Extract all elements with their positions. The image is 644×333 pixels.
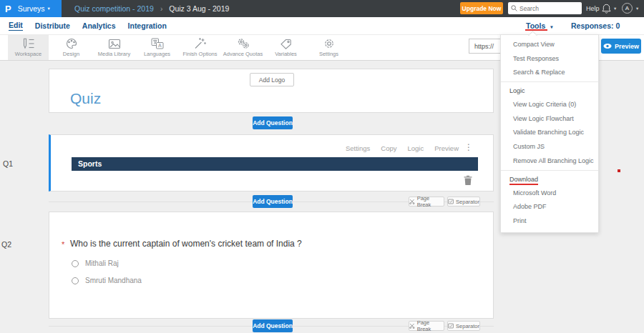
checkbox-icon (448, 199, 454, 204)
scissors-icon (409, 199, 415, 204)
preview-button[interactable]: Preview (601, 39, 641, 54)
tab-integration[interactable]: Integration (128, 17, 167, 34)
menu-item-view-logic-criteria[interactable]: View Logic Criteria (0) (501, 98, 598, 112)
question-text[interactable]: Who is the current captain of women's cr… (70, 239, 302, 249)
tools-dropdown-menu: Compact View Test Responses Search & Rep… (500, 34, 599, 233)
top-header-bar: P Surveys ▾ Quiz competition - 2019 › Qu… (0, 0, 644, 17)
question-actions: Settings Copy Logic Preview (346, 144, 459, 152)
menu-section-download: Download (501, 172, 598, 187)
question-settings-link[interactable]: Settings (346, 144, 370, 152)
image-icon (108, 39, 121, 49)
responses-count[interactable]: Responses: 0 (571, 17, 620, 34)
question-number-q1: Q1 (3, 159, 13, 168)
proprofs-logo-icon: P (5, 4, 11, 14)
chevron-down-icon[interactable]: ▾ (636, 0, 638, 17)
menu-item-microsoft-word[interactable]: Microsoft Word (501, 187, 598, 201)
chevron-down-icon: ▾ (48, 6, 50, 11)
eye-icon (603, 43, 612, 49)
tab-edit[interactable]: Edit (9, 17, 23, 34)
toolbar-item-design[interactable]: Design (51, 35, 92, 60)
toolbar-item-variables[interactable]: Variables (265, 35, 306, 60)
help-link[interactable]: Help (586, 0, 600, 17)
gear-icon (323, 38, 335, 49)
translate-icon: A (151, 38, 164, 49)
toolbar-item-media-library[interactable]: Media Library (94, 35, 135, 60)
gears-icon (237, 38, 250, 49)
download-red-underline-annotation: Download (509, 176, 538, 185)
kebab-menu-icon[interactable]: ⋮ (464, 142, 473, 152)
add-logo-button[interactable]: Add Logo (250, 73, 294, 86)
svg-text:A: A (158, 43, 162, 48)
product-switcher[interactable]: P Surveys ▾ (0, 0, 62, 17)
menu-item-custom-js[interactable]: Custom JS (501, 140, 598, 154)
chevron-down-icon: ▾ (550, 24, 552, 29)
palette-icon (65, 38, 78, 49)
menu-item-remove-all-branching-logic[interactable]: Remove All Branching Logic (501, 154, 598, 169)
separator-button[interactable]: Separator (447, 197, 480, 207)
menu-divider (501, 170, 598, 171)
menu-item-validate-branching-logic[interactable]: Validate Branching Logic (501, 126, 598, 140)
toolbar-item-workspace[interactable]: Workspace (8, 35, 49, 60)
breadcrumb-current: Quiz 3 Aug - 2019 (169, 4, 229, 13)
app-name: Surveys (18, 4, 45, 13)
menu-item-compact-view[interactable]: Compact View (501, 38, 598, 52)
toolbar-item-finish-options[interactable]: Finish Options (180, 35, 220, 60)
add-question-button[interactable]: Add Question (253, 116, 293, 129)
magic-wand-icon (194, 38, 206, 49)
add-question-button[interactable]: Add Question (253, 319, 293, 332)
toolbar-item-advance-quotas[interactable]: Advance Quotas (223, 35, 263, 60)
survey-title[interactable]: Quiz (70, 90, 101, 107)
tab-distribute[interactable]: Distribute (35, 17, 70, 34)
checkbox-icon (448, 323, 454, 329)
breadcrumb: Quiz competition - 2019 › Quiz 3 Aug - 2… (74, 0, 229, 17)
page-break-button[interactable]: Page Break (409, 197, 444, 207)
menu-item-test-responses[interactable]: Test Responses (501, 52, 598, 66)
tools-menu-button[interactable]: Tools ▾ (526, 17, 552, 34)
menu-section-logic: Logic (501, 84, 598, 98)
tag-icon (280, 39, 292, 49)
answer-option-row: Mithali Raj (72, 259, 119, 267)
global-search (508, 2, 582, 14)
menu-item-view-logic-flowchart[interactable]: View Logic Flowchart (501, 112, 598, 126)
menu-item-print[interactable]: Print (501, 214, 598, 229)
survey-header-card: Add Logo Quiz (49, 69, 494, 113)
red-dot-annotation (618, 169, 620, 172)
chevron-down-icon[interactable]: ▾ (614, 0, 616, 17)
option-label: Smruti Mandhana (85, 277, 142, 284)
search-icon (511, 5, 517, 11)
menu-divider (501, 81, 598, 82)
workspace-icon (21, 38, 35, 49)
required-asterisk: * (62, 240, 64, 249)
avatar[interactable]: A (622, 3, 633, 14)
toolbar-item-settings[interactable]: Settings (308, 35, 349, 60)
radio-button[interactable] (72, 260, 79, 267)
tools-red-underline-annotation (525, 29, 547, 31)
question-card-q1[interactable]: Settings Copy Logic Preview ⋮ Sports (49, 134, 494, 192)
add-question-button[interactable]: Add Question (253, 195, 293, 208)
question-logic-link[interactable]: Logic (407, 144, 424, 152)
breadcrumb-parent[interactable]: Quiz competition - 2019 (74, 4, 154, 13)
question-copy-link[interactable]: Copy (381, 144, 396, 152)
scissors-icon (409, 323, 415, 329)
search-input[interactable] (519, 5, 579, 12)
question-preview-link[interactable]: Preview (434, 144, 459, 152)
breadcrumb-separator-icon: › (160, 5, 162, 13)
toolbar-item-languages[interactable]: A Languages (137, 35, 177, 60)
question-number-q2: Q2 (1, 240, 11, 249)
page-break-button[interactable]: Page Break (409, 321, 444, 331)
separator-button[interactable]: Separator (447, 321, 480, 331)
tab-analytics[interactable]: Analytics (82, 17, 116, 34)
notifications-bell-icon[interactable] (602, 4, 611, 14)
upgrade-now-button[interactable]: Upgrade Now (460, 2, 503, 14)
section-title-bar[interactable]: Sports (72, 157, 478, 171)
menu-item-adobe-pdf[interactable]: Adobe PDF (501, 200, 598, 214)
menu-item-search-replace[interactable]: Search & Replace (501, 66, 598, 80)
option-label: Mithali Raj (85, 259, 119, 267)
answer-option-row: Smruti Mandhana (72, 277, 142, 284)
question-card-q2[interactable]: * Who is the current captain of women's … (49, 212, 494, 319)
main-nav-bar: Edit Distribute Analytics Integration To… (0, 17, 644, 34)
survey-builder-screen: P Surveys ▾ Quiz competition - 2019 › Qu… (0, 0, 644, 333)
trash-icon[interactable] (464, 175, 472, 185)
radio-button[interactable] (72, 277, 79, 284)
